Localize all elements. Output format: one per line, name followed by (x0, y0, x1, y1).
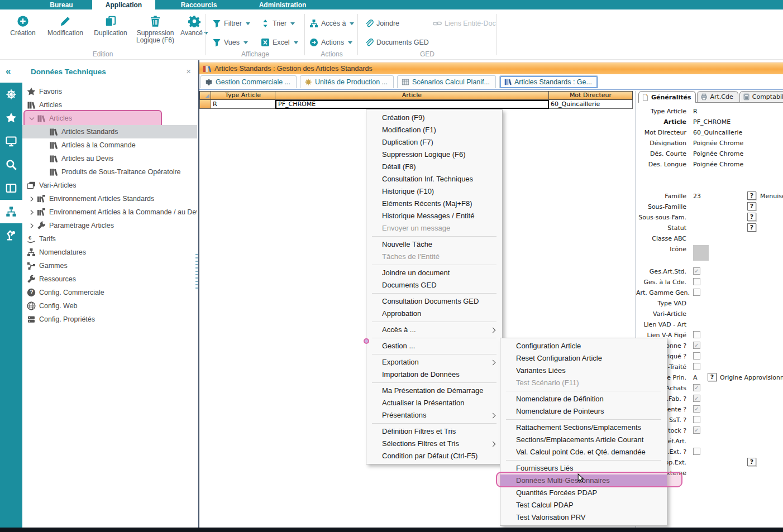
menu-item[interactable]: Joindre un document (366, 267, 502, 279)
column-header-article[interactable]: Article (275, 91, 549, 100)
checkbox[interactable] (693, 278, 700, 285)
rail-button[interactable] (0, 223, 22, 247)
submenu-item[interactable]: Nomenclature de Définition (500, 393, 667, 405)
tree-item[interactable]: Produits de Sous-Traitance Opératoire (22, 165, 197, 179)
menu-item[interactable]: Eléments Récents (Maj+F8) (366, 198, 502, 210)
tree-item[interactable]: Gammes (22, 259, 197, 272)
submenu-item[interactable]: Val. Calcul point Cde. et Qté. demandée (500, 446, 667, 458)
tree-item[interactable]: Articles (22, 98, 197, 112)
tab-application[interactable]: Application (92, 0, 155, 9)
submenu-item[interactable]: Quantités Forcées PDAP (500, 487, 667, 499)
submenu-item[interactable]: Test Valorisation PRV (500, 511, 667, 524)
tree-item[interactable]: Config. Web (22, 299, 197, 313)
tree-item[interactable]: Articles au Devis (22, 152, 197, 165)
submenu-item[interactable]: Test Scénario (F11) (500, 377, 667, 389)
checkbox[interactable] (693, 289, 700, 296)
panel-resize-grip[interactable] (195, 254, 198, 289)
tab-raccourcis[interactable]: Raccourcis (155, 0, 242, 9)
rail-button[interactable] (0, 153, 22, 176)
checkbox[interactable]: ✓ (693, 342, 700, 349)
tree-item[interactable]: Articles Standards (22, 125, 197, 138)
filtrer-button[interactable]: Filtrer (212, 17, 250, 30)
menu-item[interactable]: Consultation Inf. Techniques (366, 173, 502, 185)
tree-item[interactable]: Environnement Articles Standards (22, 192, 197, 205)
tree-item[interactable]: Articles à la Commande (22, 138, 197, 152)
menu-item[interactable]: Ma Présentation de Démarrage (366, 385, 502, 397)
submenu-item[interactable]: Reset Configuration Article (500, 352, 667, 365)
tree-item[interactable]: Paramétrage Articles (22, 219, 197, 232)
rail-button[interactable] (0, 83, 22, 106)
checkbox[interactable] (693, 416, 700, 423)
tree-item[interactable]: ? Config. Commerciale (22, 286, 197, 299)
help-button[interactable]: ? (747, 458, 756, 466)
help-button[interactable]: ? (747, 191, 756, 200)
joindre-button[interactable]: Joindre (365, 17, 399, 30)
modification-button[interactable]: Modification (41, 14, 89, 37)
chevron-down-icon[interactable] (27, 115, 37, 122)
checkbox[interactable] (693, 352, 700, 360)
panel-tab[interactable]: Art.Cde (697, 91, 738, 102)
panel-tab[interactable]: Comptabilité (739, 91, 783, 102)
menu-item[interactable]: Importation de Données (366, 368, 502, 381)
cell-type-article[interactable]: R (211, 100, 275, 109)
document-tab[interactable]: Articles Standards : Ge... (499, 75, 598, 88)
chevron-right-icon[interactable] (27, 195, 37, 203)
menu-item[interactable]: Envoyer un message (366, 222, 502, 234)
menu-item[interactable]: Historique (F10) (366, 185, 502, 198)
menu-item[interactable]: Création (F9) (366, 112, 502, 124)
tree-item[interactable]: Config. Propriétés (22, 313, 197, 326)
vues-button[interactable]: Vues (212, 36, 248, 49)
submenu-item[interactable]: Test Calcul PDAP (500, 499, 667, 511)
trier-button[interactable]: Trier (261, 17, 295, 30)
submenu-item[interactable]: Variantes Liées (500, 365, 667, 377)
document-tab[interactable]: Scénarios Calcul Planif... (397, 75, 496, 88)
rail-button[interactable] (0, 106, 22, 130)
documents-ged-button[interactable]: Documents GED (365, 36, 429, 49)
chevron-right-icon[interactable] (27, 222, 37, 229)
rail-button[interactable] (0, 130, 22, 153)
menu-item[interactable]: Modification (F1) (366, 124, 502, 136)
checkbox[interactable]: ✓ (693, 395, 700, 402)
acces-a-button[interactable]: Accès à (309, 17, 354, 30)
sidebar-collapse-button[interactable]: « (6, 65, 18, 78)
suppression-logique-button[interactable]: Suppression Logique (F6) (132, 14, 179, 44)
menu-item[interactable]: Présentations (366, 409, 502, 421)
cell-mot-directeur[interactable]: 60_Quincaillerie (549, 100, 633, 109)
tree-item[interactable]: € Tarifs (22, 232, 197, 246)
menu-item[interactable]: Condition par Défaut (Ctrl-F5) (366, 450, 502, 462)
rail-button[interactable] (0, 176, 22, 200)
menu-item[interactable]: Tâches de l'Entité (366, 251, 502, 263)
menu-item[interactable]: Sélections Filtres et Tris (366, 438, 502, 450)
menu-item[interactable]: Nouvelle Tâche (366, 238, 502, 251)
cell-article-focused[interactable]: PF_CHROME (275, 100, 549, 109)
checkbox[interactable]: ✓ (693, 384, 700, 391)
checkbox[interactable] (693, 331, 700, 338)
checkbox[interactable]: ✓ (693, 267, 700, 275)
submenu-item[interactable]: Configuration Article (500, 340, 667, 352)
checkbox[interactable] (693, 448, 700, 455)
menu-item[interactable]: Documents GED (366, 279, 502, 291)
submenu-item[interactable]: Rattachement Sections/Emplacements (500, 421, 667, 434)
tree-item[interactable]: Articles (22, 112, 197, 125)
menu-item[interactable]: Consultation Documents GED (366, 295, 502, 308)
menu-item[interactable]: Approbation (366, 308, 502, 320)
menu-item[interactable]: Gestion ... (366, 340, 502, 352)
checkbox[interactable]: ✓ (693, 426, 700, 434)
submenu-item[interactable]: Nomenclature de Pointeurs (500, 405, 667, 418)
menu-item[interactable]: Actualiser la Présentation (366, 397, 502, 409)
column-header-type-article[interactable]: Type Article (211, 91, 275, 100)
tab-administration[interactable]: Administration (242, 0, 323, 9)
excel-button[interactable]: Excel (261, 36, 298, 49)
tab-bureau[interactable]: Bureau (31, 0, 92, 9)
chevron-right-icon[interactable] (27, 209, 37, 216)
menu-item[interactable]: Exportation (366, 356, 502, 368)
creation-button[interactable]: Création (4, 14, 41, 37)
actions-button[interactable]: Actions (309, 36, 352, 49)
tree-item[interactable]: Vari-Articles (22, 179, 197, 192)
table-row[interactable]: R PF_CHROME 60_Quincaillerie (199, 100, 633, 109)
help-button[interactable]: ? (747, 223, 756, 232)
menu-item[interactable]: Accès à ... (366, 324, 502, 336)
icon-placeholder-box[interactable] (693, 245, 709, 261)
menu-item[interactable]: Duplication (F7) (366, 136, 502, 148)
menu-item[interactable]: Détail (F8) (366, 161, 502, 173)
